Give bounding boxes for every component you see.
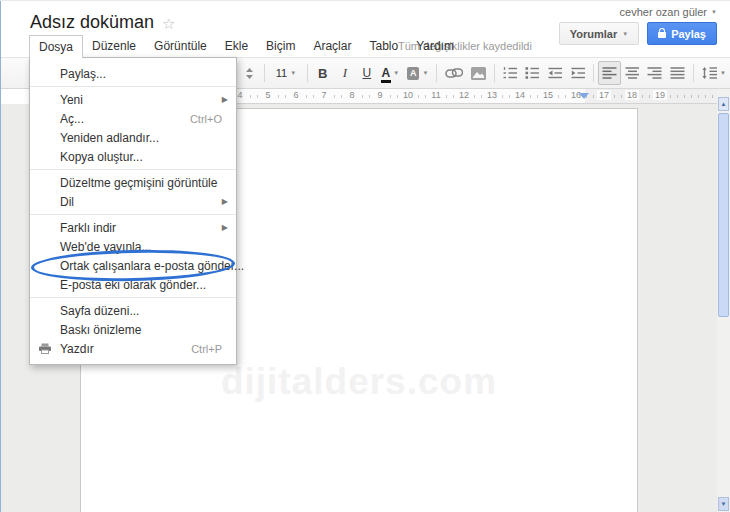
- vertical-scrollbar[interactable]: ▲ ▼: [717, 89, 730, 512]
- menubar-item-7[interactable]: Yardım: [407, 35, 463, 57]
- menu-item-label: Yeni: [60, 93, 222, 107]
- watermark-text: dijitalders.com: [81, 361, 637, 403]
- ruler-number: 9: [375, 90, 384, 100]
- justify-button[interactable]: [666, 61, 689, 85]
- file-menu-item[interactable]: E-posta eki olarak gönder...: [30, 275, 236, 294]
- ruler-number: 12: [457, 90, 471, 100]
- menu-item-label: Dil: [60, 195, 222, 209]
- file-menu-item[interactable]: Ortak çalışanlara e-posta gönder...: [30, 256, 236, 275]
- menu-item-label: Kopya oluştur...: [60, 150, 222, 164]
- image-icon: [471, 67, 486, 80]
- ruler-number: 8: [347, 90, 356, 100]
- ruler-number: 15: [541, 90, 555, 100]
- align-left-button[interactable]: [598, 61, 621, 85]
- ruler-number: 19: [653, 90, 667, 100]
- file-menu-item[interactable]: Yeni▶: [30, 90, 236, 109]
- lock-icon: [658, 32, 666, 38]
- ruler-number: 18: [625, 90, 639, 100]
- toolbar-separator: [307, 64, 308, 82]
- toolbar-separator: [264, 64, 265, 82]
- menu-separator: [30, 297, 236, 298]
- bold-button[interactable]: B: [312, 61, 334, 85]
- insert-image-button[interactable]: [467, 61, 490, 85]
- submenu-arrow-icon: ▶: [222, 197, 228, 206]
- file-menu-item[interactable]: Paylaş...: [30, 64, 236, 83]
- scroll-up-button[interactable]: ▲: [718, 97, 729, 111]
- ruler-number: 11: [429, 90, 442, 100]
- underline-button[interactable]: U: [356, 61, 378, 85]
- ruler-number: 17: [597, 90, 611, 100]
- menubar-item-2[interactable]: Görüntüle: [145, 35, 216, 57]
- stepper-icon[interactable]: [238, 61, 260, 85]
- toolbar-separator: [436, 64, 437, 82]
- menu-item-label: Yazdır: [60, 342, 191, 356]
- bullet-list-icon: [525, 67, 540, 79]
- numbered-list-button[interactable]: [499, 61, 522, 85]
- file-menu-item[interactable]: Düzeltme geçmişini görüntüle: [30, 173, 236, 192]
- ruler-number: 10: [401, 90, 415, 100]
- link-icon: [445, 68, 463, 78]
- star-icon[interactable]: ☆: [162, 15, 175, 33]
- insert-link-button[interactable]: [441, 61, 467, 85]
- line-spacing-button[interactable]: ▼: [698, 61, 730, 85]
- file-menu-item[interactable]: Farklı indir▶: [30, 218, 236, 237]
- file-menu-item[interactable]: Baskı önizleme: [30, 320, 236, 339]
- ruler-number: 14: [513, 90, 527, 100]
- highlight-color-button[interactable]: A ▼: [403, 61, 432, 85]
- menu-item-label: Ortak çalışanlara e-posta gönder...: [60, 259, 244, 273]
- account-menu[interactable]: cevher ozan güler ▼: [620, 6, 717, 18]
- menu-separator: [30, 214, 236, 215]
- indent-button[interactable]: [567, 61, 590, 85]
- menubar-item-5[interactable]: Araçlar: [304, 35, 360, 57]
- menubar-item-4[interactable]: Biçim: [257, 35, 304, 57]
- align-right-button[interactable]: [643, 61, 666, 85]
- menubar-item-1[interactable]: Düzenle: [83, 35, 145, 57]
- document-title[interactable]: Adsız doküman: [30, 12, 154, 33]
- chevron-down-icon: ▼: [711, 9, 717, 15]
- menu-item-label: Aç...: [60, 112, 190, 126]
- font-size-select[interactable]: 11 ▼: [269, 61, 303, 85]
- comments-button[interactable]: Yorumlar ▼: [559, 22, 639, 45]
- file-menu-item[interactable]: YazdırCtrl+P: [30, 339, 236, 358]
- highlight-icon: A: [407, 67, 419, 80]
- ruler-number: 7: [319, 90, 328, 100]
- menu-item-shortcut: Ctrl+P: [191, 343, 222, 355]
- chevron-down-icon: ▼: [290, 70, 296, 76]
- chevron-down-icon: ▼: [422, 70, 428, 76]
- file-menu: Paylaş...Yeni▶Aç...Ctrl+OYeniden adlandı…: [29, 57, 237, 365]
- share-button[interactable]: Paylaş: [647, 22, 717, 45]
- text-color-button[interactable]: A ▼: [378, 61, 403, 85]
- menubar: DosyaDüzenleGörüntüleEkleBiçimAraçlarTab…: [29, 35, 463, 57]
- scroll-down-button[interactable]: ▼: [718, 497, 729, 511]
- ruler-number: 5: [263, 90, 272, 100]
- file-menu-item[interactable]: Yeniden adlandır...: [30, 128, 236, 147]
- outdent-icon: [548, 67, 563, 79]
- file-menu-item[interactable]: Sayfa düzeni...: [30, 301, 236, 320]
- indent-marker-icon[interactable]: [579, 93, 589, 99]
- bullet-list-button[interactable]: [521, 61, 544, 85]
- menubar-item-0[interactable]: Dosya: [29, 35, 83, 58]
- submenu-arrow-icon: ▶: [222, 223, 228, 232]
- outdent-button[interactable]: [544, 61, 567, 85]
- toolbar-separator: [494, 64, 495, 82]
- align-center-icon: [625, 67, 640, 79]
- chevron-down-icon: ▼: [393, 70, 399, 76]
- ruler-number: 6: [291, 90, 300, 100]
- chevron-down-icon: ▼: [720, 70, 726, 76]
- file-menu-item[interactable]: Dil▶: [30, 192, 236, 211]
- align-center-button[interactable]: [621, 61, 644, 85]
- numbered-list-icon: [503, 67, 518, 79]
- file-menu-item[interactable]: Kopya oluştur...: [30, 147, 236, 166]
- menu-item-label: Farklı indir: [60, 221, 222, 235]
- menu-separator: [30, 86, 236, 87]
- file-menu-item[interactable]: Aç...Ctrl+O: [30, 109, 236, 128]
- menu-item-label: Web'de yayınla...: [60, 240, 222, 254]
- italic-button[interactable]: I: [334, 61, 356, 85]
- menu-item-label: Baskı önizleme: [60, 323, 222, 337]
- menubar-item-3[interactable]: Ekle: [216, 35, 257, 57]
- file-menu-item[interactable]: Web'de yayınla...: [30, 237, 236, 256]
- window-left-edge: [0, 1, 1, 512]
- scrollbar-thumb[interactable]: [718, 113, 729, 317]
- printer-icon: [39, 343, 51, 357]
- menubar-item-6[interactable]: Tablo: [360, 35, 407, 57]
